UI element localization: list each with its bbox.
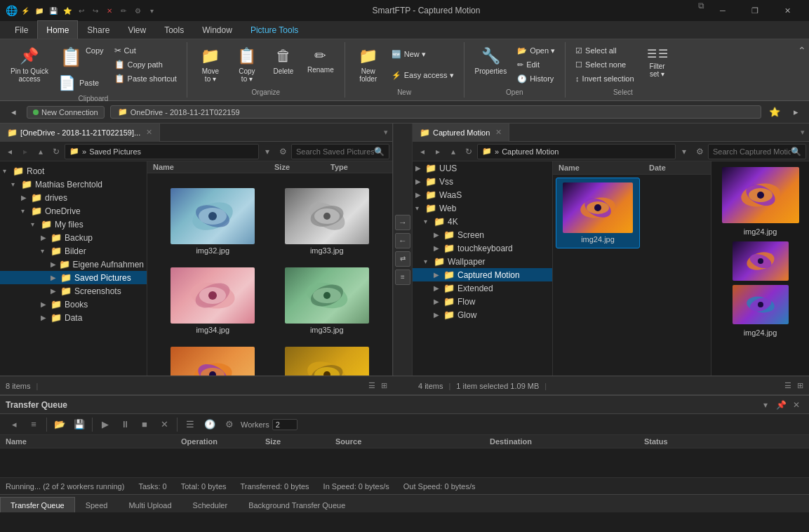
bottom-tab-background-transfer[interactable]: Background Transfer Queue [238,497,356,512]
left-search-input[interactable] [296,147,374,156]
copy-to-button[interactable]: 📋 Copyto ▾ [229,44,265,86]
open-button[interactable]: 📂 Open ▾ [513,45,559,57]
transfer-sync-button[interactable]: ⇄ [395,251,410,267]
tq-play-button[interactable]: ▶ [97,416,114,433]
tree-item-glow[interactable]: ▶ 📁 Glow [413,308,552,321]
bottom-tab-transfer-queue[interactable]: Transfer Queue [0,497,75,512]
transfer-left-button[interactable]: ← [395,233,410,248]
new-item-button[interactable]: 🆕 New ▾ [387,48,458,60]
left-search[interactable]: 🔍 [291,144,389,159]
tq-cancel-button[interactable]: ✕ [156,416,173,433]
right-path[interactable]: 📁 » Captured Motion [477,144,676,159]
file-thumb-img33[interactable]: img33.jpg [273,185,382,258]
select-none-button[interactable]: ☐ Select none [571,59,638,71]
bottom-tab-scheduler[interactable]: Scheduler [182,497,239,512]
edit-open-button[interactable]: ✏ Edit [513,59,559,71]
tree-item-myfiles[interactable]: ▾ 📁 My files [0,218,147,231]
right-file-img24[interactable]: img24.jpg [556,178,640,248]
right-path-dropdown[interactable]: ▾ [677,145,691,159]
tab-tools[interactable]: Tools [155,20,193,39]
left-path-dropdown[interactable]: ▾ [260,145,274,159]
tab-picture-tools[interactable]: Picture Tools [241,20,307,39]
tree-item-waas[interactable]: ▶ 📁 WaaS [413,188,552,201]
close-icon-tb[interactable]: ✕ [104,5,115,16]
undo-icon-tb[interactable]: ↩ [76,5,87,16]
transfer-compare-button[interactable]: ≡ [395,270,410,285]
tree-item-drives[interactable]: ▶ 📁 drives [0,191,147,204]
new-folder-button[interactable]: 📁 Newfolder [351,44,386,86]
tree-item-mathias[interactable]: ▾ 📁 Mathias Berchtold [0,178,147,191]
delete-button[interactable]: 🗑 Delete [266,44,301,79]
tq-stop-button[interactable]: ■ [136,416,153,433]
tq-queue-list-button[interactable]: ☰ [182,416,199,433]
left-tab-close[interactable]: ✕ [146,128,152,137]
left-tab-dropdown[interactable]: ▾ [380,128,392,137]
tree-item-screen[interactable]: ▶ 📁 Screen [413,228,552,241]
copy-path-button[interactable]: 📋 Copy path [110,58,181,71]
workers-input[interactable] [272,419,297,430]
paste-shortcut-button[interactable]: 📋 Paste shortcut [110,72,181,85]
tree-item-wallpaper[interactable]: ▾ 📁 Wallpaper [413,255,552,268]
right-nav-options[interactable]: ⚙ [693,145,707,159]
path-pill[interactable]: 📁 OneDrive - 2018-11-21T022159 [110,105,761,119]
tq-add-button[interactable]: 📂 [51,416,68,433]
tq-pin-button[interactable]: 📌 [774,398,788,412]
tq-dropdown-button[interactable]: ▾ [758,398,773,412]
tq-back-button[interactable]: ◂ [6,416,22,433]
tree-item-web[interactable]: ▾ 📁 Web [413,201,552,215]
nav-forward-button[interactable]: ▸ [788,105,803,120]
ribbon-collapse-button[interactable]: ⌃ [798,45,806,56]
nav-back-button[interactable]: ◂ [6,105,21,120]
right-nav-up[interactable]: ▴ [446,145,460,159]
file-thumb-img32[interactable]: img32.jpg [159,185,267,258]
tab-file[interactable]: File [6,20,37,39]
file-thumb-img24[interactable]: img24.jpg [159,343,267,375]
tree-item-touchkeyboard[interactable]: ▶ 📁 touchkeyboard [413,241,552,255]
left-nav-forward[interactable]: ▸ [18,145,32,159]
tree-item-vss[interactable]: ▶ 📁 Vss [413,175,552,188]
tree-item-onedrive[interactable]: ▾ 📁 OneDrive [0,204,147,218]
cut-button[interactable]: ✂ Cut [110,44,181,57]
rename-button[interactable]: ✏ Rename [302,44,339,77]
more-icon-tb[interactable]: ▾ [146,5,157,16]
tree-item-saved-pictures[interactable]: ▶ 📁 Saved Pictures [0,271,147,284]
tree-item-4k[interactable]: ▾ 📁 4K [413,215,552,228]
right-view-grid-icon[interactable]: ⊞ [797,381,803,390]
file-thumb-img25[interactable]: img25.jpg [273,343,382,375]
right-search[interactable]: 🔍 [708,144,806,159]
tq-close-button[interactable]: ✕ [789,398,803,412]
left-view-grid-icon[interactable]: ⊞ [381,381,387,390]
tab-share[interactable]: Share [78,20,119,39]
invert-selection-button[interactable]: ↕ Invert selection [571,73,638,84]
tree-item-root[interactable]: ▾ 📁 Root [0,164,147,178]
left-view-list-icon[interactable]: ☰ [368,381,375,390]
tq-settings-button[interactable]: ⚙ [221,416,238,433]
nav-favorites-button[interactable]: ⭐ [767,105,782,120]
settings-icon-tb[interactable]: ⚙ [132,5,143,16]
connection-pill[interactable]: New Connection [27,106,105,119]
left-nav-up[interactable]: ▴ [34,145,48,159]
history-button[interactable]: 🕐 History [513,73,559,85]
tree-item-eigene[interactable]: ▶ 📁 Eigene Aufnahmen [0,258,147,271]
copy-button[interactable]: 📋 Copy [55,44,109,71]
tree-item-data[interactable]: ▶ 📁 Data [0,311,147,324]
pin-quick-access-button[interactable]: 📌 Pin to Quickaccess [6,44,53,86]
right-nav-back[interactable]: ◂ [415,145,429,159]
tree-item-bilder[interactable]: ▾ 📁 Bilder [0,244,147,258]
easy-access-button[interactable]: ⚡ Easy access ▾ [387,69,458,81]
paste-button[interactable]: 📄 Paste [55,72,109,93]
tree-item-uus[interactable]: ▶ 📁 UUS [413,161,552,175]
minimize-button[interactable]: ─ [707,0,739,21]
left-nav-refresh[interactable]: ↻ [49,145,63,159]
tree-item-screenshots[interactable]: ▶ 📁 Screenshots [0,284,147,298]
left-nav-options[interactable]: ⚙ [276,145,290,159]
right-nav-refresh[interactable]: ↻ [462,145,476,159]
right-nav-forward[interactable]: ▸ [431,145,445,159]
properties-button[interactable]: 🔧 Properties [470,44,512,79]
tq-pause-button[interactable]: ⏸ [116,416,133,433]
maximize-button[interactable]: ❐ [739,0,771,21]
select-all-button[interactable]: ☑ Select all [571,45,638,57]
transfer-right-button[interactable]: → [395,215,410,230]
tree-item-extended[interactable]: ▶ 📁 Extended [413,281,552,295]
tree-item-captured-motion[interactable]: ▶ 📁 Captured Motion [413,268,552,281]
